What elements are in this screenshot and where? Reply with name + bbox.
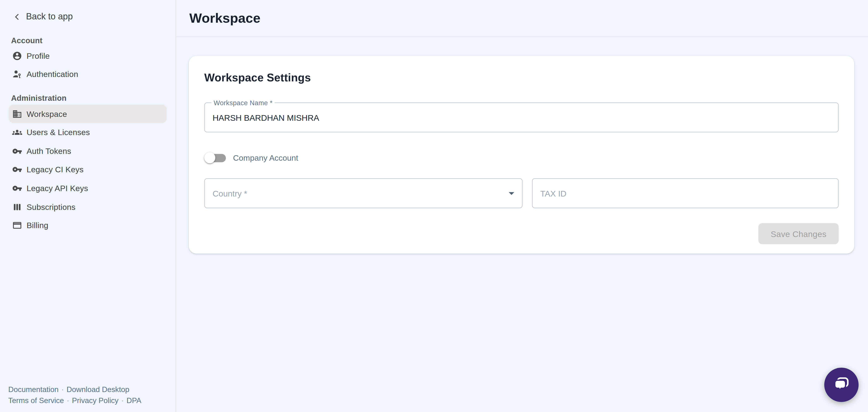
company-account-row: Company Account: [204, 152, 839, 164]
key-icon: [11, 164, 23, 175]
footer-link-dpa[interactable]: DPA: [126, 396, 141, 405]
card-title: Workspace Settings: [204, 71, 839, 84]
back-to-app-button[interactable]: Back to app: [13, 11, 73, 22]
main-content: Workspace Workspace Settings Workspace N…: [176, 0, 868, 412]
card-actions: Save Changes: [204, 223, 839, 244]
chat-launcher-button[interactable]: [824, 367, 859, 402]
sidebar-item-label: Workspace: [27, 110, 67, 118]
sidebar-item-legacy-api-keys[interactable]: Legacy API Keys: [9, 179, 166, 198]
nav-administration: Workspace Users & Licenses Auth Tokens L…: [0, 105, 176, 235]
footer-link-documentation[interactable]: Documentation: [8, 385, 59, 394]
save-changes-button[interactable]: Save Changes: [758, 223, 839, 244]
sidebar-item-users-licenses[interactable]: Users & Licenses: [9, 123, 166, 142]
back-to-app-label: Back to app: [26, 11, 73, 22]
page-title: Workspace: [189, 10, 260, 26]
arrow-drop-down-icon: [505, 187, 518, 200]
nav-account: Profile Authentication: [0, 47, 176, 84]
chevron-left-icon: [13, 13, 21, 20]
main-header: Workspace: [176, 0, 868, 37]
credit-card-icon: [11, 220, 23, 231]
sidebar-item-label: Authentication: [27, 70, 78, 79]
person-circle-icon: [11, 50, 23, 61]
person-key-icon: [11, 69, 23, 80]
workspace-settings-card: Workspace Settings Workspace Name * Comp…: [189, 56, 854, 254]
footer-link-privacy[interactable]: Privacy Policy: [72, 396, 119, 405]
footer-link-terms[interactable]: Terms of Service: [8, 396, 64, 405]
sidebar-item-label: Users & Licenses: [27, 128, 90, 137]
sidebar-item-legacy-ci-keys[interactable]: Legacy CI Keys: [9, 160, 166, 179]
sidebar-item-workspace[interactable]: Workspace: [9, 105, 166, 123]
company-account-label: Company Account: [233, 153, 298, 162]
building-icon: [11, 108, 23, 119]
bars-icon: [11, 201, 23, 212]
key-icon: [11, 183, 23, 194]
workspace-name-field[interactable]: Workspace Name *: [204, 102, 839, 133]
sidebar-item-label: Legacy CI Keys: [27, 165, 84, 174]
footer-separator: ·: [61, 385, 64, 394]
sidebar-item-billing[interactable]: Billing: [9, 216, 166, 235]
company-account-toggle[interactable]: [204, 152, 226, 164]
sidebar-item-label: Subscriptions: [27, 202, 75, 211]
section-label-account: Account: [11, 36, 42, 45]
country-select[interactable]: Country *: [204, 178, 523, 208]
workspace-name-input[interactable]: [205, 103, 838, 132]
sidebar-item-label: Profile: [27, 51, 50, 60]
tax-id-field[interactable]: [532, 178, 839, 208]
groups-icon: [11, 127, 23, 138]
settings-page: Back to app Account Profile: [0, 0, 868, 412]
footer-separator: ·: [121, 396, 124, 405]
sidebar-item-profile[interactable]: Profile: [9, 47, 166, 65]
sidebar-item-label: Legacy API Keys: [27, 184, 88, 193]
key-icon: [11, 146, 23, 156]
section-label-administration: Administration: [11, 94, 66, 102]
sidebar-item-label: Auth Tokens: [27, 147, 71, 156]
toggle-thumb-icon: [204, 152, 215, 164]
footer-line-2: Terms of Service·Privacy Policy·DPA: [8, 395, 142, 406]
footer-link-download-desktop[interactable]: Download Desktop: [67, 385, 129, 394]
country-tax-row: Country *: [204, 178, 839, 208]
footer-separator: ·: [67, 396, 69, 405]
sidebar: Back to app Account Profile: [0, 0, 176, 412]
workspace-name-label: Workspace Name *: [211, 99, 275, 107]
sidebar-item-authentication[interactable]: Authentication: [9, 65, 166, 84]
tax-id-input[interactable]: [533, 179, 838, 208]
sidebar-item-auth-tokens[interactable]: Auth Tokens: [9, 142, 166, 160]
sidebar-item-label: Billing: [27, 221, 49, 230]
chat-bubbles-icon: [832, 375, 851, 394]
sidebar-item-subscriptions[interactable]: Subscriptions: [9, 198, 166, 216]
country-placeholder: Country *: [213, 188, 505, 198]
sidebar-footer: Documentation·Download Desktop Terms of …: [8, 384, 142, 406]
footer-line-1: Documentation·Download Desktop: [8, 384, 142, 395]
